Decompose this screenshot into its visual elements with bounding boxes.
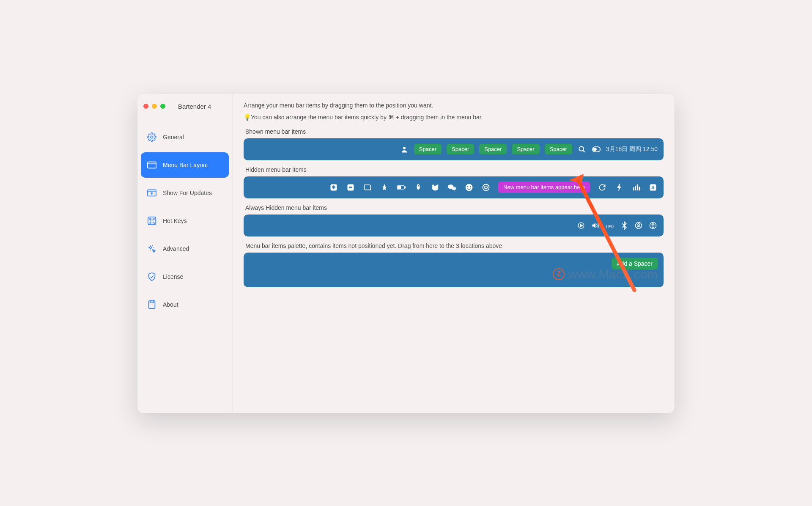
- command-icon: [147, 216, 157, 226]
- sidebar-item-general[interactable]: General: [141, 124, 229, 150]
- bear-icon[interactable]: [431, 183, 440, 192]
- minimize-window-button[interactable]: [152, 104, 157, 109]
- svg-rect-17: [349, 187, 352, 188]
- datetime-display[interactable]: 3月18日 周四 12:50: [606, 146, 658, 153]
- sidebar-item-about[interactable]: About: [141, 292, 229, 317]
- wechat-icon[interactable]: [447, 183, 457, 192]
- app-icon[interactable]: ✱: [329, 183, 338, 192]
- battery-icon[interactable]: [397, 183, 406, 192]
- sidebar-item-label: Hot Keys: [163, 217, 187, 224]
- about-icon: [147, 300, 157, 310]
- app-title: Bartender4: [178, 103, 211, 110]
- app-title-text: Bartender: [178, 103, 206, 110]
- user-icon[interactable]: [400, 145, 409, 154]
- sidebar-item-show-for-updates[interactable]: Show For Updates: [141, 180, 229, 206]
- add-spacer-button[interactable]: Add a Spacer: [612, 258, 658, 270]
- layout-tip: 💡You can also arrange the menu bar items…: [244, 114, 664, 121]
- tip-prefix: 💡You can also arrange the menu bar items…: [244, 114, 388, 121]
- always-hidden-section-label: Always Hidden menu bar items: [245, 204, 664, 211]
- svg-rect-1: [148, 162, 156, 168]
- svg-point-29: [470, 186, 471, 187]
- svg-point-6: [150, 246, 151, 248]
- volume-icon[interactable]: [591, 221, 600, 230]
- layout-icon: [147, 160, 157, 170]
- spacer-item[interactable]: Spacer: [414, 144, 442, 154]
- sidebar-nav: General Menu Bar Layout Show For Updates…: [137, 115, 232, 329]
- tip-suffix: + dragging them in the menu bar.: [394, 114, 483, 121]
- s-app-icon[interactable]: S: [648, 183, 658, 192]
- gear-icon: [147, 132, 157, 142]
- svg-point-10: [579, 146, 584, 151]
- updates-icon: [147, 188, 157, 198]
- svg-point-24: [432, 185, 439, 190]
- sidebar-item-label: Show For Updates: [163, 190, 212, 196]
- shown-items-bar[interactable]: Spacer Spacer Spacer Spacer Spacer 3月18日…: [244, 138, 664, 160]
- gears-icon: [147, 244, 157, 254]
- sidebar-item-label: Menu Bar Layout: [163, 162, 208, 168]
- hidden-section-label: Hidden menu bar items: [245, 166, 664, 173]
- spacer-item[interactable]: Spacer: [447, 144, 474, 154]
- svg-point-41: [638, 223, 640, 226]
- svg-point-26: [452, 187, 456, 190]
- svg-point-39: [609, 226, 610, 227]
- emoji-icon[interactable]: [464, 183, 474, 192]
- sidebar-item-advanced[interactable]: Advanced: [141, 236, 229, 261]
- app-window: Bartender4 General Menu Bar Layout: [137, 94, 675, 413]
- hidden-items-bar[interactable]: ✱ New menu bar items appear here S: [244, 176, 664, 198]
- svg-point-28: [467, 186, 468, 187]
- svg-point-30: [483, 184, 489, 190]
- search-icon[interactable]: [577, 145, 587, 154]
- sidebar-item-license[interactable]: License: [141, 264, 229, 289]
- sidebar-item-label: License: [163, 273, 183, 280]
- svg-point-31: [485, 186, 488, 189]
- svg-point-9: [403, 147, 406, 149]
- shown-section-label: Shown menu bar items: [245, 128, 664, 135]
- svg-point-0: [151, 136, 153, 138]
- spacer-item[interactable]: Spacer: [479, 144, 507, 154]
- play-icon[interactable]: [576, 221, 586, 230]
- sidebar-item-menu-bar-layout[interactable]: Menu Bar Layout: [141, 152, 229, 178]
- window-controls: Bartender4: [137, 98, 232, 115]
- sidebar-item-label: Advanced: [163, 245, 189, 252]
- user-account-icon[interactable]: [634, 221, 643, 230]
- control-center-icon[interactable]: [592, 145, 601, 154]
- app-icon[interactable]: [346, 183, 355, 192]
- main-content: Arrange your menu bar items by dragging …: [233, 94, 675, 413]
- svg-point-43: [653, 223, 653, 224]
- sidebar: Bartender4 General Menu Bar Layout: [137, 94, 233, 413]
- layout-description: Arrange your menu bar items by dragging …: [244, 102, 664, 109]
- accessibility-icon[interactable]: [648, 221, 658, 230]
- spiral-icon[interactable]: [481, 183, 491, 192]
- equalizer-icon[interactable]: [631, 183, 641, 192]
- sidebar-item-hot-keys[interactable]: Hot Keys: [141, 208, 229, 234]
- svg-rect-34: [637, 184, 638, 190]
- rocket-app-icon[interactable]: [414, 183, 423, 192]
- svg-text:✱: ✱: [332, 184, 336, 190]
- maximize-window-button[interactable]: [160, 104, 165, 109]
- svg-text:S: S: [651, 184, 655, 190]
- new-items-placeholder[interactable]: New menu bar items appear here: [498, 182, 590, 193]
- palette-bar[interactable]: Add a Spacer: [244, 253, 664, 287]
- svg-rect-33: [635, 186, 636, 190]
- app-icon[interactable]: [363, 183, 372, 192]
- palette-section-label: Menu bar items palette, contains items n…: [245, 242, 664, 249]
- license-icon: [147, 272, 157, 282]
- bluetooth-icon[interactable]: [620, 221, 629, 230]
- spacer-item[interactable]: Spacer: [545, 144, 572, 154]
- airdrop-icon[interactable]: [605, 221, 614, 230]
- sidebar-item-label: General: [163, 134, 184, 140]
- svg-rect-35: [639, 187, 640, 190]
- tip-key: ⌘: [388, 114, 394, 121]
- svg-line-11: [583, 150, 585, 152]
- close-window-button[interactable]: [143, 104, 148, 109]
- sync-icon[interactable]: [598, 183, 607, 192]
- rocket-icon[interactable]: [380, 183, 389, 192]
- sidebar-item-label: About: [163, 301, 178, 308]
- svg-point-13: [593, 148, 596, 151]
- svg-point-21: [418, 185, 419, 187]
- spacer-item[interactable]: Spacer: [512, 144, 539, 154]
- svg-point-27: [466, 184, 473, 191]
- svg-rect-32: [633, 187, 634, 190]
- always-hidden-items-bar[interactable]: [244, 214, 664, 236]
- bolt-icon[interactable]: [614, 183, 624, 192]
